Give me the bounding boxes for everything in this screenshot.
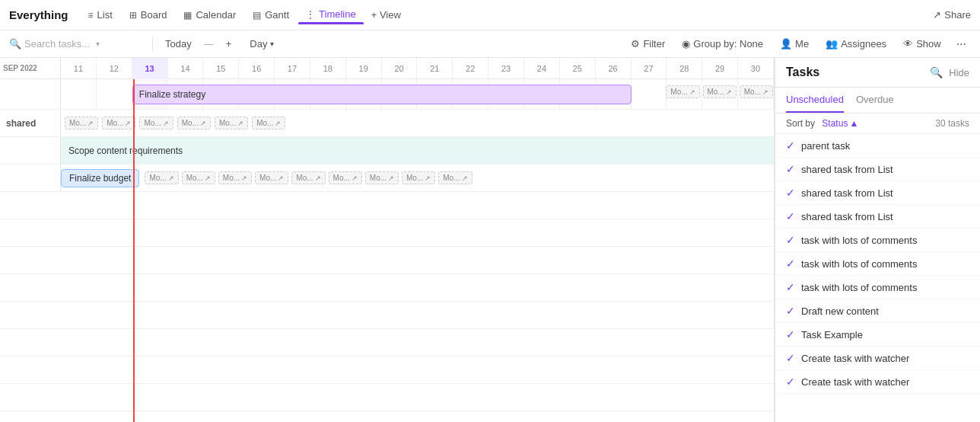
tab-overdue[interactable]: Overdue (856, 88, 894, 113)
hide-panel-button[interactable]: Hide (949, 67, 969, 78)
gantt-content: Finalize strategy Mo...↗Mo...↗Mo...↗ sha… (0, 79, 774, 422)
mini-bar[interactable]: Mo...↗ (255, 171, 288, 184)
sort-field-button[interactable]: Status ▲ (822, 118, 858, 129)
expand-icon: ↗ (168, 174, 174, 182)
task-name: task with lots of comments (801, 282, 917, 293)
task-check-icon: ✓ (786, 281, 795, 293)
search-panel-icon[interactable]: 🔍 (930, 66, 943, 78)
task-list-item[interactable]: ✓ Create task with watcher (775, 347, 980, 370)
date-cell-21: 21 (417, 58, 453, 79)
search-area[interactable]: 🔍 Search tasks... ▾ (9, 38, 146, 50)
gantt-cell-28 (667, 79, 702, 109)
share-button[interactable]: ↗ Share (933, 9, 971, 21)
mini-bar[interactable]: Mo...↗ (329, 171, 362, 184)
tab-unscheduled[interactable]: Unscheduled (786, 88, 844, 113)
expand-icon: ↗ (205, 174, 211, 182)
finalize-strategy-bar[interactable]: Finalize strategy (132, 85, 632, 104)
mini-bar[interactable]: Mo...↗ (252, 117, 285, 129)
task-list: ✓ parent task ✓ shared task from List ✓ … (775, 134, 980, 422)
board-icon: ⊞ (129, 10, 137, 21)
add-view-button[interactable]: + View (365, 6, 407, 24)
date-cell-26: 26 (596, 58, 632, 79)
list-icon: ≡ (88, 10, 94, 21)
calendar-icon: ▦ (183, 10, 192, 21)
mini-bar[interactable]: Mo...↗ (102, 117, 135, 129)
more-options-button[interactable]: ··· (952, 35, 971, 53)
date-header: SEP 2022 1112131415161718192021222324252… (0, 58, 774, 79)
empty-row (0, 302, 774, 329)
mini-bar[interactable]: Mo...↗ (182, 171, 215, 184)
tab-list[interactable]: ≡ List (81, 6, 120, 24)
task-list-item[interactable]: ✓ Draft new content (775, 299, 980, 323)
empty-row (0, 247, 774, 274)
tab-board[interactable]: ⊞ Board (122, 6, 175, 24)
date-cell-11: 11 (61, 58, 97, 79)
date-cell-30: 30 (738, 58, 774, 79)
assignees-button[interactable]: 👥 Assignees (819, 36, 892, 52)
tab-calendar[interactable]: ▦ Calendar (176, 6, 243, 24)
date-cell-19: 19 (346, 58, 382, 79)
task-list-item[interactable]: ✓ task with lots of comments (775, 229, 980, 252)
task-list-item[interactable]: ✓ shared task from List (775, 158, 980, 181)
mini-bar[interactable]: Mo...↗ (145, 171, 178, 184)
mini-bar[interactable]: Mo...↗ (365, 171, 399, 184)
task-name: shared task from List (801, 211, 893, 222)
task-check-icon: ✓ (786, 234, 795, 246)
expand-icon: ↗ (425, 174, 431, 182)
section-label: shared (0, 110, 61, 136)
add-date-button[interactable]: + (220, 36, 238, 52)
expand-icon: ↗ (352, 174, 358, 182)
day-button[interactable]: Day ▾ (243, 36, 280, 52)
sort-arrow-icon: ▲ (849, 118, 858, 129)
expand-icon: ↗ (237, 120, 243, 127)
expand-icon: ↗ (241, 174, 247, 182)
panel-tabs: Unscheduled Overdue (775, 88, 980, 113)
task-list-item[interactable]: ✓ parent task (775, 134, 980, 158)
task-list-item[interactable]: ✓ task with lots of comments (775, 252, 980, 276)
me-button[interactable]: 👤 Me (774, 36, 815, 52)
panel-header: Tasks 🔍 Hide (775, 58, 980, 88)
task-name: Create task with watcher (801, 353, 909, 364)
mini-bar[interactable]: Mo...↗ (65, 117, 98, 129)
mini-bar[interactable]: Mo...↗ (438, 171, 472, 184)
task-list-item[interactable]: ✓ shared task from List (775, 205, 980, 229)
tab-timeline[interactable]: ⋮ Timeline (298, 5, 364, 24)
mini-bar[interactable]: Mo...↗ (291, 171, 325, 184)
date-cell-16: 16 (239, 58, 275, 79)
mini-bar[interactable]: Mo...↗ (218, 171, 252, 184)
date-cell-22: 22 (453, 58, 488, 79)
task-check-icon: ✓ (786, 163, 795, 175)
task-list-item[interactable]: ✓ task with lots of comments (775, 276, 980, 299)
day-chevron-icon: ▾ (270, 40, 274, 48)
gantt-cell-12 (97, 79, 132, 109)
task-check-icon: ✓ (786, 257, 795, 270)
scope-content-row[interactable]: Scope content requirements (0, 137, 774, 165)
tab-gantt[interactable]: ▤ Gantt (245, 6, 297, 24)
mini-bars-row1: Mo...↗ Mo...↗ Mo...↗ Mo...↗ Mo...↗ Mo...… (61, 113, 289, 133)
mini-bar[interactable]: Mo...↗ (402, 171, 435, 184)
show-button[interactable]: 👁 Show (897, 36, 947, 52)
task-check-icon: ✓ (786, 187, 795, 199)
task-check-icon: ✓ (786, 352, 795, 364)
finalize-budget-row: Finalize budget Mo...↗ Mo...↗ Mo...↗ Mo.… (0, 165, 774, 192)
date-cell-24: 24 (524, 58, 560, 79)
scope-content-bar[interactable]: Scope content requirements (61, 137, 774, 164)
empty-row (0, 384, 774, 411)
filter-button[interactable]: ⚙ Filter (625, 36, 671, 52)
task-list-item[interactable]: ✓ shared task from List (775, 181, 980, 205)
mini-bar[interactable]: Mo...↗ (139, 117, 173, 129)
task-list-item[interactable]: ✓ Task Example (775, 323, 980, 347)
group-by-button[interactable]: ◉ Group by: None (676, 36, 769, 52)
today-button[interactable]: Today (159, 36, 198, 52)
dates-row: 1112131415161718192021222324252627282930 (61, 58, 774, 78)
panel-header-actions: 🔍 Hide (930, 66, 969, 78)
scope-row-label (0, 137, 61, 164)
mini-bar[interactable]: Mo...↗ (177, 117, 211, 129)
search-chevron-icon: ▾ (96, 40, 100, 48)
timeline-icon: ⋮ (306, 9, 315, 20)
mini-bar[interactable]: Mo...↗ (215, 117, 248, 129)
task-list-item[interactable]: ✓ Create task with watcher (775, 370, 980, 394)
finalize-budget-bar[interactable]: Finalize budget (61, 169, 139, 187)
month-label: SEP 2022 (3, 64, 37, 72)
empty-row (0, 356, 774, 384)
